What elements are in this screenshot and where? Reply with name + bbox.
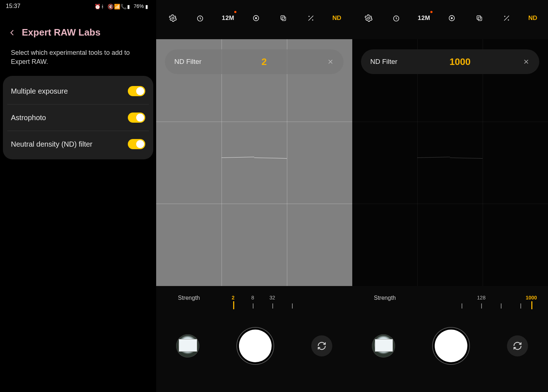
resolution-label: 12M: [222, 15, 235, 22]
slider-tick-label: 2: [232, 295, 235, 301]
horizon-indicator-icon: [450, 158, 483, 159]
timer-icon[interactable]: [390, 12, 402, 24]
gridline-icon: [287, 39, 287, 286]
astrophoto-icon[interactable]: [501, 12, 512, 24]
volte-icon: 📞: [121, 4, 126, 9]
dot-indicator-icon: [430, 11, 433, 13]
slider-tick: [501, 303, 502, 309]
nd-chip-value: 2: [202, 56, 327, 68]
slider-tick: [233, 301, 234, 309]
svg-point-11: [451, 17, 452, 19]
nd-chip-label: ND Filter: [174, 58, 202, 66]
gridline-icon: [352, 122, 548, 122]
gridline-icon: [222, 39, 222, 286]
setting-astrophoto[interactable]: Astrophoto: [7, 104, 149, 131]
battery-icon: ▮: [145, 4, 150, 9]
switch-camera-button[interactable]: [507, 335, 528, 356]
svg-point-8: [368, 17, 370, 19]
setting-label: Astrophoto: [11, 114, 46, 122]
settings-icon[interactable]: [363, 12, 374, 24]
camera-top-toolbar: 12M ND: [156, 0, 352, 36]
gridline-icon: [156, 204, 352, 204]
camera-screen-nd1000: 12M ND ND Filter 1000: [352, 0, 548, 392]
wifi-icon: 📶: [114, 4, 119, 9]
nd-filter-chip: ND Filter 1000: [361, 49, 540, 74]
setting-label: Multiple exposure: [11, 87, 68, 95]
gridline-icon: [483, 39, 483, 286]
bluetooth-icon: ᚼ: [101, 4, 106, 9]
resolution-button[interactable]: 12M: [418, 12, 430, 24]
page-title: Expert RAW Labs: [22, 27, 101, 38]
back-icon[interactable]: [9, 29, 16, 36]
nd-chip-value: 1000: [397, 56, 523, 68]
strength-slider[interactable]: 1281000: [425, 293, 534, 311]
slider-tick: [481, 303, 482, 309]
gridline-icon: [156, 122, 352, 122]
nd-chip-label: ND Filter: [370, 58, 398, 66]
slider-tick-label: 128: [477, 295, 486, 301]
settings-icon[interactable]: [167, 12, 179, 24]
viewfinder[interactable]: ND Filter 2: [156, 39, 352, 286]
svg-point-3: [255, 17, 257, 19]
camera-bottom-controls: [352, 326, 548, 366]
slider-tick-label: 1000: [525, 295, 537, 301]
battery-percent: 76%: [134, 3, 144, 9]
setting-label: Neutral density (ND) filter: [11, 140, 93, 148]
slider-tick: [272, 303, 273, 309]
nd-mode-button[interactable]: ND: [332, 12, 341, 24]
gallery-thumbnail[interactable]: [372, 334, 395, 358]
setting-multiple-exposure[interactable]: Multiple exposure: [3, 78, 153, 104]
svg-rect-12: [477, 16, 480, 19]
signal-icon: ▮: [127, 4, 132, 9]
slider-tick: [292, 303, 293, 309]
settings-list: Multiple exposure Astrophoto Neutral den…: [3, 76, 153, 159]
slider-tick: [531, 301, 532, 309]
camera-bottom-controls: [156, 326, 352, 366]
horizon-indicator-icon: [254, 158, 287, 159]
svg-rect-13: [478, 17, 482, 21]
shutter-button[interactable]: [435, 330, 467, 362]
shutter-button[interactable]: [239, 330, 272, 362]
svg-point-7: [312, 20, 313, 20]
nd-mode-button[interactable]: ND: [528, 12, 537, 24]
viewfinder-container: ND Filter 2 Strength 2832: [156, 39, 352, 389]
toggle-switch[interactable]: [128, 139, 145, 149]
metering-icon[interactable]: [446, 12, 458, 24]
strength-slider[interactable]: 2832: [229, 293, 338, 311]
strength-slider-row: Strength 1281000: [352, 293, 548, 315]
gallery-thumbnail[interactable]: [176, 334, 199, 358]
svg-point-0: [172, 17, 174, 19]
strength-label: Strength: [178, 295, 200, 301]
settings-screen: 15:37 ⏰ ᚼ 🔇 📶 📞 ▮ 76% ▮ Expert RAW Labs …: [0, 0, 156, 392]
strength-slider-row: Strength 2832: [156, 293, 352, 315]
alarm-icon: ⏰: [94, 4, 100, 9]
toggle-switch[interactable]: [128, 86, 145, 96]
horizon-indicator-icon: [222, 157, 254, 158]
camera-screen-nd2: 12M ND ND Filter 2: [156, 0, 352, 392]
close-icon[interactable]: [327, 58, 334, 65]
close-icon[interactable]: [523, 58, 530, 65]
status-icons: ⏰ ᚼ 🔇 📶 📞 ▮ 76% ▮: [94, 3, 150, 9]
timer-icon[interactable]: [194, 12, 206, 24]
setting-nd-filter[interactable]: Neutral density (ND) filter: [7, 131, 149, 157]
camera-top-toolbar: 12M ND: [352, 0, 548, 36]
horizon-indicator-icon: [417, 157, 450, 158]
svg-rect-5: [282, 17, 286, 21]
slider-tick-label: 8: [251, 295, 254, 301]
strength-label: Strength: [374, 295, 396, 301]
multi-exposure-icon[interactable]: [474, 12, 485, 24]
resolution-button[interactable]: 12M: [222, 12, 235, 24]
multi-exposure-icon[interactable]: [277, 12, 289, 24]
toggle-switch[interactable]: [128, 113, 145, 123]
mute-icon: 🔇: [107, 4, 113, 9]
metering-icon[interactable]: [250, 12, 262, 24]
resolution-label: 12M: [418, 15, 430, 22]
switch-camera-button[interactable]: [311, 335, 332, 356]
astrophoto-icon[interactable]: [305, 12, 317, 24]
slider-tick: [520, 303, 521, 309]
viewfinder[interactable]: ND Filter 1000: [352, 39, 548, 286]
gridline-icon: [417, 39, 418, 286]
clock: 15:37: [6, 3, 20, 9]
nd-filter-chip: ND Filter 2: [165, 49, 344, 74]
status-bar: 15:37 ⏰ ᚼ 🔇 📶 📞 ▮ 76% ▮: [0, 0, 156, 12]
